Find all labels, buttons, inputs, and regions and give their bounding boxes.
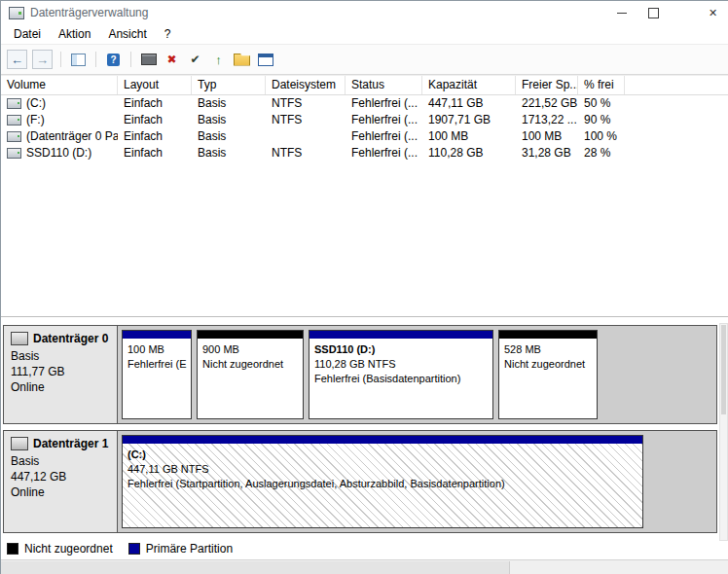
column-header[interactable]: % frei — [578, 76, 625, 94]
partition-stripe — [198, 331, 303, 339]
volume-drive-icon — [7, 131, 21, 142]
partition[interactable]: SSD110 (D:)110,28 GB NTFSFehlerfrei (Bas… — [309, 330, 493, 419]
disk-management-window: Datenträgerverwaltung DateiAktionAnsicht… — [0, 0, 728, 574]
column-header[interactable]: Typ — [192, 76, 266, 94]
partition-title: (C:) — [127, 448, 637, 462]
volume-cell: 50 % — [578, 95, 625, 112]
partition[interactable]: 900 MBNicht zugeordnet — [197, 330, 304, 419]
volume-cell: 100 MB — [516, 128, 578, 145]
up-arrow-icon[interactable] — [209, 51, 228, 68]
column-header[interactable]: Kapazität — [422, 76, 516, 94]
disk-row: Datenträger 0Basis111,77 GBOnline100 MBF… — [3, 325, 717, 424]
menu-item-datei[interactable]: Datei — [5, 25, 50, 43]
volume-row[interactable]: (C:)EinfachBasisNTFSFehlerfrei (...447,1… — [1, 95, 728, 112]
console-tree-icon[interactable] — [69, 51, 88, 68]
minimize-icon — [617, 13, 627, 14]
close-button[interactable] — [697, 1, 728, 24]
disk-header[interactable]: Datenträger 1Basis447,12 GBOnline — [4, 431, 118, 532]
volume-drive-icon — [7, 148, 21, 159]
volume-cell: Basis — [192, 112, 266, 128]
forward-icon[interactable] — [32, 50, 53, 69]
volume-cell: Basis — [192, 145, 266, 161]
partition[interactable]: 528 MBNicht zugeordnet — [498, 330, 598, 419]
partition-stripe — [123, 436, 642, 444]
menu-item-aktion[interactable]: Aktion — [50, 25, 99, 43]
disk-name: Datenträger 1 — [33, 437, 108, 450]
toolbar-separator — [95, 52, 96, 67]
volume-cell: (F:) — [1, 112, 118, 128]
volume-cell: NTFS — [266, 95, 346, 112]
legend-item: Primäre Partition — [128, 542, 233, 556]
partition[interactable]: 100 MBFehlerfrei (E — [122, 330, 192, 419]
partition-line: Fehlerfrei (Startpartition, Auslagerungs… — [127, 477, 637, 491]
volume-cell: SSD110 (D:) — [1, 145, 118, 161]
volume-cell: (Datenträger 0 Par... — [1, 128, 118, 145]
disk-size: 447,12 GB — [11, 469, 110, 484]
volume-cell: (C:) — [1, 95, 118, 112]
view-list-icon[interactable] — [256, 51, 274, 68]
maximize-icon — [648, 8, 659, 18]
volume-cell: NTFS — [266, 112, 346, 128]
volume-name: (C:) — [26, 95, 46, 112]
close-icon — [709, 6, 717, 19]
volume-cell: 1713,22 ... — [516, 112, 578, 128]
disk-icon — [11, 437, 28, 450]
disk-name-row: Datenträger 1 — [11, 437, 110, 450]
column-header[interactable]: Volume — [1, 76, 118, 94]
column-header[interactable]: Status — [346, 76, 422, 94]
volume-cell: 90 % — [578, 112, 625, 128]
disk-row: Datenträger 1Basis447,12 GBOnline(C:)447… — [3, 430, 717, 533]
disk-icon — [11, 332, 28, 345]
partition-stripe — [309, 331, 492, 339]
volume-list-header: VolumeLayoutTypDateisystemStatusKapazitä… — [1, 75, 728, 95]
volume-name: (F:) — [26, 112, 45, 128]
maximize-button[interactable] — [637, 1, 670, 24]
partition[interactable]: (C:)447,11 GB NTFSFehlerfrei (Startparti… — [122, 435, 643, 528]
horizontal-scrollbar-thumb[interactable] — [1, 561, 510, 574]
volume-cell: 110,28 GB — [422, 145, 516, 161]
partition-line: 110,28 GB NTFS — [314, 357, 488, 372]
back-icon[interactable] — [7, 50, 27, 69]
volume-cell: Fehlerfrei (... — [346, 128, 422, 145]
minimize-button[interactable] — [605, 1, 637, 24]
volume-cell: 1907,71 GB — [422, 112, 516, 128]
volume-row[interactable]: (Datenträger 0 Par...EinfachBasisFehlerf… — [1, 128, 728, 145]
delete-icon[interactable] — [163, 51, 181, 68]
partition-area: (C:)447,11 GB NTFSFehlerfrei (Startparti… — [118, 431, 716, 532]
volume-cell: 100 % — [578, 128, 625, 145]
volume-cell: Fehlerfrei (... — [346, 112, 422, 128]
check-icon[interactable] — [186, 51, 204, 68]
volume-cell: Fehlerfrei (... — [346, 145, 422, 161]
column-header[interactable]: Freier Sp... — [516, 76, 578, 94]
partition-info: SSD110 (D:)110,28 GB NTFSFehlerfrei (Bas… — [309, 339, 492, 390]
volume-row[interactable]: (F:)EinfachBasisNTFSFehlerfrei (...1907,… — [1, 112, 728, 128]
open-folder-icon[interactable] — [233, 51, 251, 68]
volume-cell: Einfach — [118, 112, 192, 128]
volume-cell: Einfach — [118, 145, 192, 161]
partition-stripe — [499, 331, 597, 339]
volume-name: SSD110 (D:) — [26, 145, 91, 161]
partition-info: 528 MBNicht zugeordnet — [499, 339, 597, 376]
vertical-scrollbar-thumb[interactable] — [721, 325, 726, 414]
disk-header[interactable]: Datenträger 0Basis111,77 GBOnline — [4, 326, 118, 423]
volume-cell: Basis — [192, 95, 266, 112]
partition-title: SSD110 (D:) — [314, 342, 488, 357]
column-header[interactable]: Layout — [118, 76, 192, 94]
disk-status: Online — [11, 379, 110, 395]
menu-item-help[interactable]: ? — [156, 25, 180, 43]
partition-info: 900 MBNicht zugeordnet — [198, 339, 303, 376]
legend-color-swatch — [128, 543, 140, 555]
column-header[interactable]: Dateisystem — [266, 76, 346, 94]
volume-rows: (C:)EinfachBasisNTFSFehlerfrei (...447,1… — [1, 95, 728, 161]
properties-icon[interactable] — [139, 51, 158, 68]
vertical-scrollbar[interactable] — [719, 323, 728, 541]
disk-type: Basis — [11, 348, 110, 364]
volume-name: (Datenträger 0 Par... — [26, 128, 118, 145]
menu-item-ansicht[interactable]: Ansicht — [99, 25, 155, 43]
partition-line: Fehlerfrei (Basisdatenpartition) — [314, 372, 488, 386]
app-drive-icon — [9, 7, 24, 19]
volume-cell — [266, 128, 346, 145]
volume-cell: NTFS — [266, 145, 346, 161]
volume-row[interactable]: SSD110 (D:)EinfachBasisNTFSFehlerfrei (.… — [1, 145, 728, 161]
help-icon[interactable] — [104, 51, 123, 68]
